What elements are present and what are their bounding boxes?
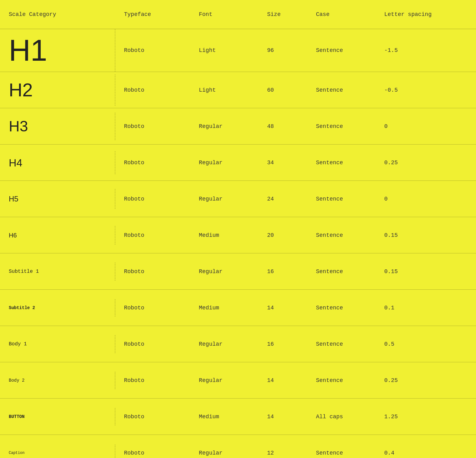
font-cell: Regular <box>190 371 258 390</box>
letter-spacing-cell: -1.5 <box>375 41 476 60</box>
letter-spacing-cell: 0.1 <box>375 298 476 317</box>
table-row: H2 Roboto Light 60 Sentence -0.5 <box>0 72 476 108</box>
scale-category-cell: H3 <box>0 113 115 140</box>
font-cell: Medium <box>190 407 258 426</box>
case-cell: Sentence <box>307 81 375 99</box>
letter-spacing-cell: 0.15 <box>375 226 476 245</box>
case-cell: Sentence <box>307 190 375 208</box>
table-row: BUTTON Roboto Medium 14 All caps 1.25 <box>0 399 476 435</box>
table-row: H1 Roboto Light 96 Sentence -1.5 <box>0 29 476 72</box>
size-cell: 48 <box>258 117 307 136</box>
letter-spacing-cell: 0.15 <box>375 262 476 281</box>
letter-spacing-cell: 0.25 <box>375 371 476 390</box>
typography-table: Scale Category Typeface Font Size Case L… <box>0 0 476 458</box>
table-header: Scale Category Typeface Font Size Case L… <box>0 0 476 29</box>
scale-category-cell: H5 <box>0 189 115 209</box>
scale-category-cell: Subtitle 2 <box>0 299 115 317</box>
case-cell: Sentence <box>307 41 375 60</box>
size-cell: 20 <box>258 226 307 245</box>
table-row: Subtitle 1 Roboto Regular 16 Sentence 0.… <box>0 253 476 290</box>
col-header-font: Font <box>190 0 258 29</box>
case-cell: Sentence <box>307 117 375 136</box>
typeface-cell: Roboto <box>115 407 190 426</box>
table-row: Subtitle 2 Roboto Medium 14 Sentence 0.1 <box>0 290 476 326</box>
typeface-cell: Roboto <box>115 153 190 172</box>
col-header-letter-spacing: Letter spacing <box>375 0 476 29</box>
font-cell: Regular <box>190 444 258 458</box>
font-cell: Light <box>190 81 258 99</box>
size-cell: 60 <box>258 81 307 99</box>
table-row: H6 Roboto Medium 20 Sentence 0.15 <box>0 217 476 253</box>
font-cell: Regular <box>190 335 258 354</box>
typeface-cell: Roboto <box>115 41 190 60</box>
case-cell: Sentence <box>307 153 375 172</box>
scale-label: H6 <box>9 232 17 238</box>
scale-category-cell: Body 1 <box>0 335 115 353</box>
scale-label: Subtitle 1 <box>9 269 39 274</box>
typeface-cell: Roboto <box>115 335 190 354</box>
col-header-typeface: Typeface <box>115 0 190 29</box>
case-cell: Sentence <box>307 262 375 281</box>
table-row: Body 2 Roboto Regular 14 Sentence 0.25 <box>0 362 476 399</box>
typeface-cell: Roboto <box>115 81 190 99</box>
size-cell: 16 <box>258 335 307 354</box>
scale-label: H4 <box>9 157 22 168</box>
scale-label: H1 <box>9 35 47 65</box>
case-cell: Sentence <box>307 298 375 317</box>
scale-label: Caption <box>9 451 24 455</box>
col-header-size: Size <box>258 0 307 29</box>
case-cell: All caps <box>307 407 375 426</box>
font-cell: Regular <box>190 153 258 172</box>
case-cell: Sentence <box>307 335 375 354</box>
size-cell: 34 <box>258 153 307 172</box>
font-cell: Regular <box>190 190 258 208</box>
scale-category-cell: BUTTON <box>0 408 115 425</box>
letter-spacing-cell: 0 <box>375 117 476 136</box>
letter-spacing-cell: -0.5 <box>375 81 476 99</box>
font-cell: Regular <box>190 262 258 281</box>
scale-category-cell: Body 2 <box>0 372 115 389</box>
size-cell: 12 <box>258 444 307 458</box>
size-cell: 14 <box>258 407 307 426</box>
typeface-cell: Roboto <box>115 298 190 317</box>
font-cell: Light <box>190 41 258 60</box>
scale-label: Body 2 <box>9 378 24 383</box>
scale-category-cell: H1 <box>0 29 115 72</box>
scale-label: H2 <box>9 81 33 99</box>
scale-category-cell: Subtitle 1 <box>0 262 115 281</box>
table-row: Caption Roboto Regular 12 Sentence 0.4 <box>0 435 476 458</box>
scale-category-cell: Caption <box>0 445 115 458</box>
font-cell: Regular <box>190 117 258 136</box>
typeface-cell: Roboto <box>115 226 190 245</box>
case-cell: Sentence <box>307 444 375 458</box>
scale-label: BUTTON <box>9 414 24 419</box>
font-cell: Medium <box>190 226 258 245</box>
col-header-case: Case <box>307 0 375 29</box>
typeface-cell: Roboto <box>115 190 190 208</box>
scale-category-cell: H4 <box>0 151 115 174</box>
letter-spacing-cell: 1.25 <box>375 407 476 426</box>
typeface-cell: Roboto <box>115 117 190 136</box>
scale-label: Subtitle 2 <box>9 305 35 310</box>
letter-spacing-cell: 0 <box>375 190 476 208</box>
col-header-scale: Scale Category <box>0 0 115 29</box>
scale-label: Body 1 <box>9 341 27 347</box>
letter-spacing-cell: 0.5 <box>375 335 476 354</box>
scale-category-cell: H6 <box>0 226 115 245</box>
size-cell: 16 <box>258 262 307 281</box>
table-row: H4 Roboto Regular 34 Sentence 0.25 <box>0 145 476 181</box>
typeface-cell: Roboto <box>115 444 190 458</box>
letter-spacing-cell: 0.4 <box>375 444 476 458</box>
size-cell: 14 <box>258 298 307 317</box>
table-row: Body 1 Roboto Regular 16 Sentence 0.5 <box>0 326 476 362</box>
scale-label: H5 <box>9 195 18 203</box>
table-row: H5 Roboto Regular 24 Sentence 0 <box>0 181 476 217</box>
letter-spacing-cell: 0.25 <box>375 153 476 172</box>
size-cell: 96 <box>258 41 307 60</box>
case-cell: Sentence <box>307 371 375 390</box>
case-cell: Sentence <box>307 226 375 245</box>
table-body: H1 Roboto Light 96 Sentence -1.5 H2 Robo… <box>0 29 476 458</box>
table-row: H3 Roboto Regular 48 Sentence 0 <box>0 108 476 145</box>
size-cell: 14 <box>258 371 307 390</box>
font-cell: Medium <box>190 298 258 317</box>
